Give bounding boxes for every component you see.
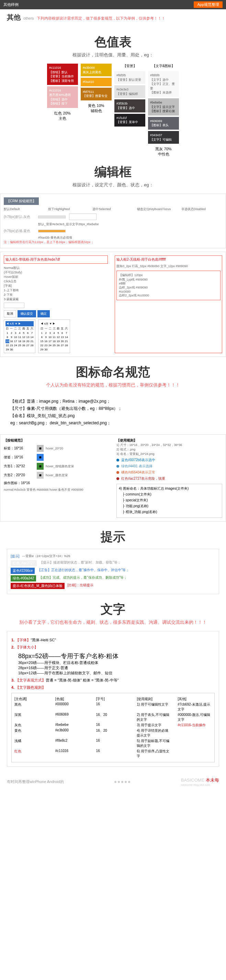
text-intro: 别小看了文字，它们也有生命力，规则、状态，很多东西是实践、沟通、调试交流出来的！… <box>0 619 226 625</box>
crm-label: 【CRM 按钮规范】 <box>4 197 39 205</box>
tip-heading: 提示 <box>0 528 226 546</box>
icon-heading: 图标命名规范 <box>0 364 226 381</box>
text-heading: 文字 <box>0 601 226 618</box>
form-left-title: 输入框1-带线框-用于灰色底#ede7df <box>4 256 108 264</box>
intro-section: 其他 others 下列内容根据设计需求而定，做了很多套规范，以下为举例，仅供参… <box>0 9 226 27</box>
intro-title-cn: 其他 <box>7 13 21 22</box>
icon-right-header: 【使用规则】 <box>117 438 222 443</box>
editbox-heading: 编辑框 <box>0 164 226 181</box>
footer-left: 有时间再整理winPhone Android的 <box>7 779 64 784</box>
color-swatch: #c11016 透亮度30%透明 【按钮】选中 【按钮】按下 <box>47 86 78 108</box>
intro-note: 下列内容根据设计需求而定，做了很多套规范，以下为举例，仅供参考！！！ <box>37 16 165 21</box>
mock-input[interactable] <box>4 302 24 308</box>
icon-naming-section: 图标命名规范 个人认为命名没有特定的规范，根据习惯而已，举例仅供参考！！！ 【格… <box>0 364 226 522</box>
header-left: 其他样例 <box>3 2 19 7</box>
icon-note: 个人认为命名没有特定的规范，根据习惯而已，举例仅供参考！！！ <box>0 382 226 388</box>
intro-title-en: others <box>23 16 34 20</box>
btn-ok[interactable]: 确定 <box>38 310 50 317</box>
color-swatch: #bebebe 【文字】提示文字 【图标】搜索右侧 <box>148 99 179 116</box>
color-sub: 根据设计，注明色值、用量、用处，eg： <box>0 52 226 58</box>
form-right-note: 圆角0_2px 行高_32px #b0b0b0 文字_12px #909090 <box>117 264 221 269</box>
footer: 有时间再整理winPhone Android的 BASICOME 本未每 bas… <box>0 770 226 793</box>
page-header: 其他样例 App规范整理 <box>0 0 226 9</box>
editbox-sub: 根据设计，设定尺寸、颜色、状态，eg： <box>0 182 226 188</box>
editbox-warn: 注：编辑框所在行高为110px，居上下各16px；编辑框圆诡32px； <box>4 240 222 245</box>
icon-left-header: 【按钮规范】 <box>4 438 109 443</box>
form-mockup: 输入框1-带线框-用于灰色底#ede7df Normal默认(不可以Stufy)… <box>0 252 226 357</box>
color-swatch: #e3b000 黑灰上的黄色 <box>81 64 112 76</box>
tip-section: 提示 [提示]—背景w（24+12px/文字+24）%26红色_#ac2727【… <box>0 528 226 594</box>
editbox-section: 编辑框 根据设计，设定尺寸、颜色、状态，eg： 【CRM 按钮规范】 默认Def… <box>0 164 226 357</box>
btn-submit[interactable]: 确认提交 <box>17 310 36 317</box>
color-swatch: #343437 【文字】可编辑 <box>148 131 179 144</box>
calendar-1[interactable]: ◀ 4月 ▼ ▶ 日一二三四五六123456789101112131415161… <box>4 320 35 353</box>
footer-dots <box>114 781 130 783</box>
color-heading: 色值表 <box>0 34 226 51</box>
color-swatch: #1f1d1f 【背景】菜单中 <box>114 114 145 127</box>
calendar-2[interactable]: ◀ 4月 ▼ ▶ 日一二三四五六123456789101112131415161… <box>38 320 70 353</box>
tree-title: 4) 图标命名：具体功能标汇总 images(文件夹) <box>119 486 220 491</box>
text-section: 文字 别小看了文字，它们也有生命力，规则、状态，很多东西是实践、沟通、调试交流出… <box>0 601 226 767</box>
color-swatch: #f4a410 <box>81 78 112 86</box>
color-swatch: #606069 【图标】表头 <box>148 117 179 130</box>
form-right-title: 输入框2-无线框-用于白色底#ffffff <box>117 257 221 262</box>
color-swatch: #bf7511 【背景】搜索专业 <box>81 88 112 100</box>
color-swatch: #f8f8f8 【文字】选中 【文字】正文、重要 【图标】未选择 <box>148 71 179 97</box>
footer-logo: BASICOME 本未每 basicome.blog.163.com <box>181 777 219 786</box>
color-table-section: 色值表 根据设计，注明色值、用量、用处，eg： #c11016 【按钮】默认 【… <box>0 34 226 157</box>
color-swatch: #c11016 【按钮】默认 【背景】当前操作 【图标】顶部专用 <box>47 64 78 85</box>
color-swatch: #f6f5f5 【背景】默认背景 <box>114 71 145 84</box>
color-swatch: #e3e3e3 【背景】编辑框 <box>114 85 145 98</box>
header-tag: App规范整理 <box>194 2 223 8</box>
color-swatch: #3f3b3b 【背景】选中 <box>114 99 145 112</box>
btn-cancel[interactable]: 取消 <box>4 310 16 317</box>
